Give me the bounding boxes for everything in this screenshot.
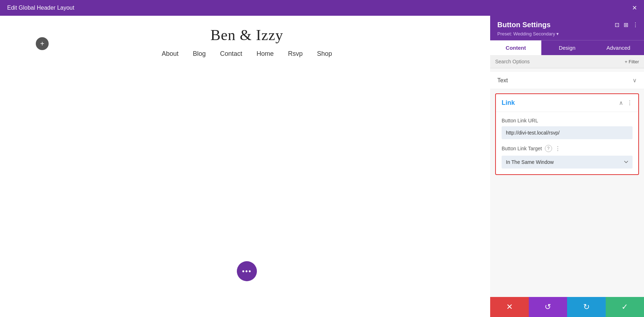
link-section-header: Link ∧ ⋮ [496, 94, 638, 112]
redo-button[interactable]: ↻ [567, 297, 606, 317]
target-select[interactable]: In The Same Window In The New Tab [502, 156, 633, 169]
link-section-collapse[interactable]: ∧ [619, 99, 623, 106]
panel-icon-columns[interactable]: ⊞ [624, 21, 628, 28]
link-section-icons: ∧ ⋮ [619, 99, 633, 106]
tab-content[interactable]: Content [490, 40, 541, 55]
nav-item-contact[interactable]: Contact [220, 50, 242, 58]
url-input[interactable] [502, 126, 633, 139]
nav-item-about[interactable]: About [162, 50, 179, 58]
panel-icon-more[interactable]: ⋮ [633, 21, 638, 28]
reset-button[interactable]: ↺ [529, 297, 567, 317]
panel-icon-copy[interactable]: ⊡ [615, 21, 619, 28]
nav-item-blog[interactable]: Blog [193, 50, 206, 58]
search-bar: + Filter [490, 55, 644, 68]
link-section-title: Link [502, 99, 515, 107]
window-title: Edit Global Header Layout [7, 5, 74, 11]
link-section-body: Button Link URL Button Link Target ? ⋮ I… [496, 112, 638, 174]
help-icon[interactable]: ? [545, 145, 552, 152]
search-input[interactable] [495, 59, 625, 64]
target-field-label: Button Link Target [502, 146, 542, 151]
url-field-label: Button Link URL [502, 118, 633, 123]
site-title: Ben & Izzy [210, 26, 283, 44]
panel-tabs: Content Design Advanced [490, 40, 644, 55]
page-options-button[interactable]: ••• [237, 261, 257, 281]
cancel-button[interactable]: ✕ [490, 297, 529, 317]
site-navigation: About Blog Contact Home Rsvp Shop [162, 50, 332, 58]
target-more-button[interactable]: ⋮ [555, 145, 561, 152]
dots-icon: ••• [242, 267, 252, 275]
panel-header: Button Settings ⊡ ⊞ ⋮ Preset: Wedding Se… [490, 16, 644, 40]
panel-content: Text ∨ Link ∧ ⋮ Button Link URL Button L… [490, 68, 644, 297]
close-button[interactable]: × [632, 4, 637, 12]
text-section-header[interactable]: Text ∨ [490, 72, 644, 89]
nav-item-shop[interactable]: Shop [317, 50, 332, 58]
tab-design[interactable]: Design [541, 40, 592, 55]
filter-button[interactable]: + Filter [625, 59, 639, 64]
panel-preset[interactable]: Preset: Wedding Secondary ▾ [497, 31, 638, 36]
add-block-button[interactable]: + [36, 37, 49, 50]
nav-item-home[interactable]: Home [257, 50, 274, 58]
settings-panel: Button Settings ⊡ ⊞ ⋮ Preset: Wedding Se… [490, 16, 644, 317]
nav-item-rsvp[interactable]: Rsvp [288, 50, 303, 58]
text-section-chevron: ∨ [633, 77, 637, 84]
website-preview: + Ben & Izzy About Blog Contact Home Rsv… [0, 16, 494, 317]
panel-actions: ✕ ↺ ↻ ✓ [490, 297, 644, 317]
link-section-more[interactable]: ⋮ [627, 99, 633, 106]
text-section-label: Text [497, 77, 508, 84]
tab-advanced[interactable]: Advanced [593, 40, 644, 55]
panel-header-icons: ⊡ ⊞ ⋮ [615, 21, 638, 28]
save-button[interactable]: ✓ [606, 297, 644, 317]
target-row: Button Link Target ? ⋮ [502, 145, 633, 152]
link-section: Link ∧ ⋮ Button Link URL Button Link Tar… [495, 93, 639, 175]
panel-title: Button Settings [497, 21, 551, 29]
top-bar: Edit Global Header Layout × [0, 0, 644, 16]
